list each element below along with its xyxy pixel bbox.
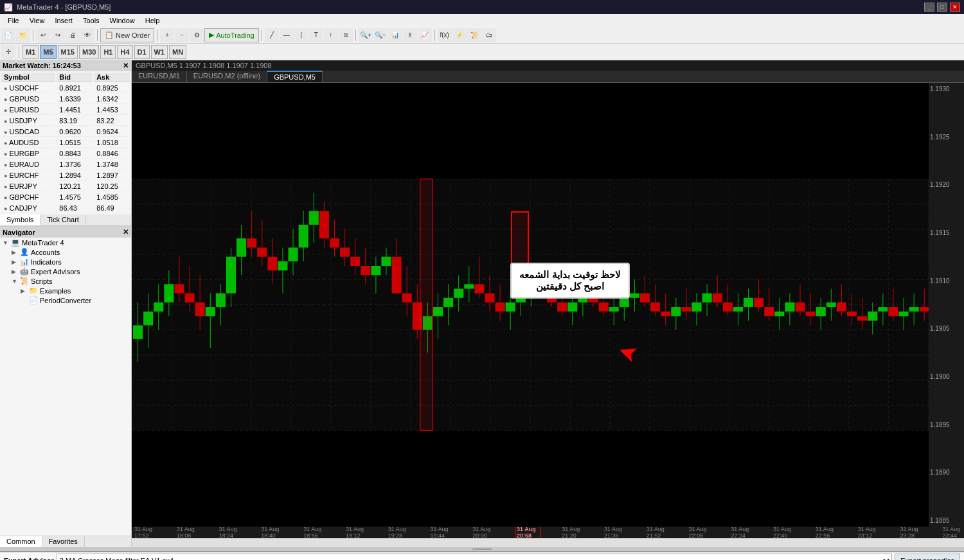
separator4 — [262, 30, 262, 41]
market-watch-row[interactable]: ● AUDUSD 1.0515 1.0518 — [1, 138, 130, 148]
chart-tab-eurusd-m1[interactable]: EURUSD,M1 — [132, 71, 187, 82]
market-watch-row[interactable]: ● EURUSD 1.4451 1.4453 — [1, 105, 130, 115]
svg-rect-156 — [764, 307, 774, 316]
tree-node-label: Accounts — [31, 249, 60, 256]
menu-help[interactable]: Help — [140, 14, 165, 27]
nav-tree-item[interactable]: ▼📜 Scripts — [0, 276, 131, 286]
market-watch-title: Market Watch: 16:24:53 — [3, 62, 81, 70]
app-icon: 📈 — [4, 3, 13, 12]
time-label: 31 Aug 21:20 — [562, 527, 584, 538]
chart-type-line[interactable]: 📈 — [418, 28, 432, 42]
tab-tick-chart[interactable]: Tick Chart — [40, 214, 86, 225]
undo-button[interactable]: ↩ — [36, 28, 50, 42]
tf-W1[interactable]: W1 — [151, 45, 168, 59]
expert-properties-button[interactable]: Expert properties — [895, 554, 960, 560]
chart-tab-gbpusd-m5[interactable]: GBPUSD,M5 — [267, 71, 323, 82]
symbol-cell: ● EURCHF — [1, 171, 55, 180]
tf-M15[interactable]: M15 — [58, 45, 78, 59]
market-watch-row[interactable]: ● USDCAD 0.9620 0.9624 — [1, 127, 130, 137]
market-watch-row[interactable]: ● EURAUD 1.3736 1.3748 — [1, 160, 130, 170]
market-watch-row[interactable]: ● EURJPY 120.21 120.25 — [1, 182, 130, 191]
ask-cell: 86.49 — [94, 204, 130, 213]
menu-insert[interactable]: Insert — [49, 14, 78, 27]
nav-tab-favorites[interactable]: Favorites — [42, 536, 85, 547]
tf-H1[interactable]: H1 — [100, 45, 116, 59]
tf-D1[interactable]: D1 — [134, 45, 150, 59]
text-tool[interactable]: T — [309, 28, 323, 42]
svg-rect-146 — [713, 293, 722, 302]
expert-advisor-select[interactable]: 2 MA Crosses Mega filter EA V1.ex4 — [57, 554, 892, 560]
nav-tree-item[interactable]: ▶🤖 Expert Advisors — [0, 267, 131, 276]
open-button[interactable]: 📁 — [16, 28, 30, 42]
nav-tree-item[interactable]: ▶📊 Indicators — [0, 257, 131, 267]
new-order-button[interactable]: 📋 New Order — [100, 28, 154, 42]
zoom-in-btn[interactable]: 🔍+ — [359, 28, 373, 42]
chart-type-candle[interactable]: 🕯 — [403, 28, 417, 42]
redo-button[interactable]: ↪ — [51, 28, 65, 42]
menu-tools[interactable]: Tools — [78, 14, 105, 27]
market-watch-row[interactable]: ● CADJPY 86.43 86.49 — [1, 204, 130, 213]
nav-tab-common[interactable]: Common — [0, 536, 42, 547]
svg-rect-34 — [133, 326, 143, 339]
chart-canvas[interactable]: لاحظ توقيت بداية الشمعه اصبح كل دقيقتين … — [132, 83, 964, 527]
bid-cell: 1.2894 — [57, 171, 93, 180]
maximize-button[interactable]: □ — [937, 3, 947, 12]
tf-H4[interactable]: H4 — [117, 45, 132, 59]
print-preview-button[interactable]: 👁 — [80, 28, 94, 42]
ask-cell: 83.22 — [94, 116, 130, 126]
hline-tool[interactable]: — — [280, 28, 294, 42]
tf-M30[interactable]: M30 — [79, 45, 99, 59]
chart-zoom-in[interactable]: + — [160, 28, 174, 42]
close-button[interactable]: ✕ — [950, 3, 960, 12]
script-btn[interactable]: 📜 — [467, 28, 481, 42]
market-watch-row[interactable]: ● GBPUSD 1.6339 1.6342 — [1, 94, 130, 104]
vline-tool[interactable]: | — [294, 28, 308, 42]
chart-zoom-out[interactable]: − — [175, 28, 189, 42]
line-tool[interactable]: ╱ — [265, 28, 279, 42]
nav-tree-item[interactable]: ▶📁 Examples — [0, 286, 131, 295]
chart-type-bar[interactable]: 📊 — [388, 28, 402, 42]
market-watch-row[interactable]: ● EURGBP 0.8843 0.8846 — [1, 149, 130, 159]
chart-svg — [132, 83, 964, 527]
chart-scrollbar[interactable] — [132, 538, 964, 547]
autotrading-icon: ▶ — [209, 31, 214, 39]
chart-title: GBPUSD,M5 1.1907 1.1908 1.1907 1.1908 — [136, 62, 272, 69]
minimize-button[interactable]: _ — [924, 3, 934, 12]
indicators-btn[interactable]: f(x) — [438, 28, 452, 42]
print-button[interactable]: 🖨 — [66, 28, 80, 42]
expand-icon: ▼ — [3, 240, 9, 246]
zoom-out-btn[interactable]: 🔍− — [373, 28, 388, 42]
price-4: 1.1915 — [930, 229, 963, 236]
new-chart-button[interactable]: 📄 — [1, 28, 15, 42]
nav-tree-item[interactable]: 📄 PeriodConverter — [0, 295, 131, 305]
time-label: 31 Aug 21:52 — [647, 527, 668, 538]
tf-MN[interactable]: MN — [169, 45, 186, 59]
expert-btn[interactable]: ⚡ — [452, 28, 467, 42]
nav-tree-item[interactable]: ▼💻 MetaTrader 4 — [0, 238, 131, 247]
tf-M5[interactable]: M5 — [40, 45, 56, 59]
chart-tab-eurusd-m2[interactable]: EURUSD,M2 (offline) — [187, 71, 267, 82]
tab-symbols[interactable]: Symbols — [0, 214, 40, 225]
main-area: Market Watch: 16:24:53 ✕ Symbol Bid Ask … — [0, 60, 964, 547]
tree-node-icon: 👤 — [20, 248, 29, 256]
fib-tool[interactable]: ≋ — [339, 28, 353, 42]
market-watch-close-icon[interactable]: ✕ — [123, 62, 129, 70]
market-watch-row[interactable]: ● USDJPY 83.19 83.22 — [1, 116, 130, 126]
market-watch-row[interactable]: ● USDCHF 0.8921 0.8925 — [1, 83, 130, 93]
tree-node-icon: 📄 — [29, 296, 38, 304]
menu-file[interactable]: File — [3, 14, 24, 27]
market-watch-row[interactable]: ● GBPCHF 1.4575 1.4585 — [1, 193, 130, 202]
crosshair-btn[interactable]: ✛ — [1, 45, 15, 59]
market-watch-row[interactable]: ● EURCHF 1.2894 1.2897 — [1, 171, 130, 180]
chart-properties[interactable]: ⚙ — [190, 28, 204, 42]
menu-window[interactable]: Window — [105, 14, 140, 27]
bid-cell: 1.4575 — [57, 193, 93, 202]
navigator-close-icon[interactable]: ✕ — [123, 228, 129, 236]
menu-view[interactable]: View — [24, 14, 50, 27]
nav-tree-item[interactable]: ▶👤 Accounts — [0, 247, 131, 257]
autotrading-button[interactable]: ▶ AutoTrading — [204, 28, 259, 42]
template-btn[interactable]: 🗂 — [482, 28, 496, 42]
tf-M1[interactable]: M1 — [22, 45, 39, 59]
arrow-tool[interactable]: ↑ — [324, 28, 338, 42]
titlebar-controls[interactable]: _ □ ✕ — [924, 3, 960, 12]
